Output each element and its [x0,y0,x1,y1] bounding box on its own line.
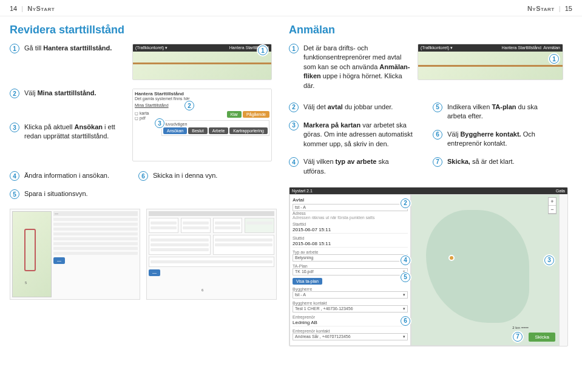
right-step-1: 1 Det är bara drifts- och funktionsentre… [289,44,410,90]
marker-r6: 6 [401,316,410,326]
pg-right: 15 [565,5,572,12]
taplan-select[interactable]: TK 10.pdf▾ [293,268,408,275]
marker-r2: 2 [401,198,410,208]
brand-left: NyStart [27,5,55,12]
marker-r5: 5 [401,272,410,282]
marker-3: 3 [155,118,164,128]
marker-5a: 5 [25,281,27,285]
form-panel: Avtal tst - A▾ Adress Adressen räknas ut… [289,194,411,346]
zoom-control[interactable]: + − [548,197,557,214]
right-form-mock: Nystart 2.1 Gata Avtal tst - A▾ Adress A… [289,187,568,346]
marker-r7: 7 [513,332,523,342]
right-step-7: 7 Skicka, så är det klart. [433,157,563,167]
byggherre-select[interactable]: tst - A▾ [293,291,408,299]
left-step-2: 2 Välj Mina starttillstånd. [10,89,125,98]
right-step-6: 6 Välj Byggherre kontakt. Och entreprenö… [433,130,563,149]
map-pin-icon [448,255,455,261]
marker-r4: 4 [401,255,410,265]
pg-left: 14 [10,5,17,12]
left-step-1: 1 Gå till Hantera starttillstånd. [10,44,125,53]
typ-select[interactable]: Belysning▾ [293,254,408,262]
left-mock-1: (Trafikkontoret) ▾ Hantera Starttillstån… [132,44,272,80]
avtal-select[interactable]: tst - A▾ [293,204,408,211]
left-step-3: 3 Klicka på aktuell Ansökan i ett redan … [10,123,125,141]
brand-right: NyStart [527,5,555,12]
left-step-5: 5 Spara i situationsvyn. [10,189,131,199]
marker-2: 2 [184,101,194,110]
right-step-2: 2 Välj det avtal du jobbar under. [289,103,425,112]
left-step-6: 6 Skicka in i denna vyn. [138,171,217,181]
byggherre-kontakt-select[interactable]: Test 1 CHER , +46736-123456▾ [293,305,408,313]
right-step-3: 3 Markera på kartan var arbetet ska göra… [289,121,425,149]
page-num-left: 14 | NyStart [10,5,55,12]
entreprenor-kontakt-select[interactable]: Andreas Sår , +46707123456▾ [293,333,408,340]
right-mock-1: (Trafikkontoret) ▾ Hantera Starttillstån… [418,44,563,80]
app-title: Nystart 2.1 [292,189,313,193]
left-bottom-mocks: — — 5 [10,209,277,300]
bullet-1: 1 [10,44,19,53]
marker-1: 1 [258,46,268,55]
mock-panel-b: — 6 [146,209,277,300]
right-step-5: 5 Indikera vilken TA-plan du ska arbeta … [433,103,563,121]
page-header: 14 | NyStart NyStart | 15 [0,0,582,16]
map-scale: 2 km ━━━ [512,325,529,329]
left-title: Revidera starttillstånd [10,24,277,36]
left-column: Revidera starttillstånd 1 Gå till Hanter… [10,19,277,346]
visa-taplan-button[interactable]: Visa ta-plan [293,278,322,285]
zoom-in-button[interactable]: + [549,198,556,206]
marker-r1: 1 [549,54,559,64]
right-title: Anmälan [289,24,568,36]
left-mock-2: Hantera Starttillstånd Det gamla systeme… [132,89,272,161]
skicka-button[interactable]: Skicka [529,333,555,342]
page-num-right: NyStart | 15 [527,5,572,12]
mock-panel-a: — — 5 [10,209,140,300]
marker-r3: 3 [544,255,554,265]
sluttid-value: 2015-06-08 15:11 [293,240,408,248]
map-panel[interactable]: + − 2 km ━━━ Skicka 2 3 4 5 6 7 [411,194,560,346]
left-step-4: 4 Ändra information i ansökan. [10,171,131,181]
right-column: Anmälan 1 Det är bara drifts- och funkti… [289,19,568,346]
right-step-4: 4 Välj vilken typ av arbete ska utföras. [289,157,425,176]
zoom-out-button[interactable]: − [549,206,556,214]
marker-6a: 6 [201,288,203,292]
starttid-value: 2015-06-07 15:11 [293,226,408,234]
